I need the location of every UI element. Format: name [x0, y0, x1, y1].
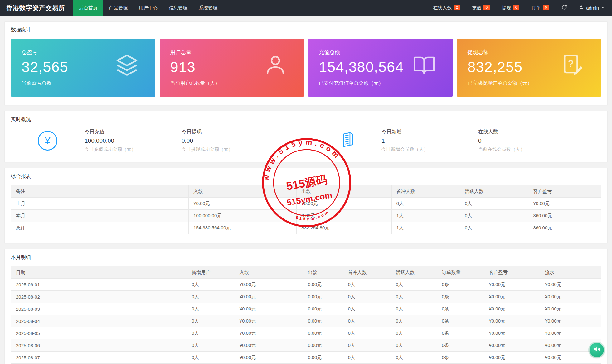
- table-cell: ¥0.00元: [235, 303, 303, 315]
- overview-label: 今日新增: [381, 129, 478, 135]
- table-cell: 360.00元: [528, 222, 601, 234]
- table-cell: 本月: [11, 210, 189, 222]
- detail-section-title: 本月明细: [5, 249, 607, 265]
- table-cell: 0人: [391, 339, 437, 352]
- column-header: 入款: [189, 185, 297, 198]
- header-row: 备注入款出款首冲人数活跃人数客户盈亏: [11, 185, 601, 198]
- column-header: 客户盈亏: [484, 266, 540, 279]
- menu-item-dashboard[interactable]: 后台首页: [73, 0, 103, 16]
- table-cell: 0人: [460, 210, 528, 222]
- table-cell: 2025-08-03: [11, 303, 187, 315]
- book-icon: [412, 53, 436, 78]
- order-count-item[interactable]: 订单 0: [525, 0, 555, 16]
- refresh-button[interactable]: [555, 0, 574, 16]
- report-table-body: 上月¥0.00元¥0.00元0人0人¥0.00元本月100,000.00元0.0…: [11, 198, 601, 234]
- user-menu[interactable]: admin: [574, 0, 612, 16]
- online-count-item[interactable]: 在线人数 2: [427, 0, 466, 16]
- column-header: 备注: [11, 185, 189, 198]
- speaker-icon: [593, 346, 600, 354]
- table-cell: ¥0.00元: [540, 291, 601, 303]
- table-cell: 0人: [187, 339, 235, 352]
- table-row: 2025-08-030人¥0.00元0.00元0人0人0条¥0.00元¥0.00…: [11, 303, 601, 315]
- table-cell: 0条: [437, 315, 484, 327]
- table-row: 2025-08-070人¥0.00元0.00元0人0人0条¥0.00元¥0.00…: [11, 352, 601, 364]
- voice-assistant-fab[interactable]: [590, 343, 604, 357]
- table-cell: 0条: [437, 352, 484, 364]
- svg-text:?: ?: [568, 58, 574, 69]
- table-row: 2025-08-060人¥0.00元0.00元0人0人0条¥0.00元¥0.00…: [11, 339, 601, 352]
- overview-label: 今日提现: [182, 129, 338, 135]
- table-row: 2025-08-040人¥0.00元0.00元0人0人0条¥0.00元¥0.00…: [11, 315, 601, 327]
- column-header: 客户盈亏: [528, 185, 601, 198]
- overview-caption: 今日充值成功金额（元）: [85, 146, 182, 152]
- column-header: 活跃人数: [391, 266, 437, 279]
- table-cell: ¥0.00元: [540, 315, 601, 327]
- table-row: 2025-08-050人¥0.00元0.00元0人0人0条¥0.00元¥0.00…: [11, 327, 601, 339]
- table-cell: 0人: [343, 352, 391, 364]
- withdraw-count-label: 提现: [502, 5, 511, 11]
- table-cell: ¥0.00元: [540, 327, 601, 339]
- table-cell: 154,380,564.00元: [189, 222, 297, 234]
- table-cell: 0人: [343, 315, 391, 327]
- table-cell: ¥0.00元: [540, 303, 601, 315]
- report-table: 备注入款出款首冲人数活跃人数客户盈亏 上月¥0.00元¥0.00元0人0人¥0.…: [11, 185, 601, 234]
- layers-icon: [115, 53, 139, 78]
- column-header: 出款: [303, 266, 343, 279]
- overview-section: 实时概况 ¥ 今日充值 100,000.00 今日充值成功金额（元） 今日提现 …: [4, 111, 608, 162]
- table-cell: 2025-08-06: [11, 339, 187, 352]
- table-cell: 0人: [187, 315, 235, 327]
- user-avatar-icon: [579, 5, 584, 11]
- table-cell: ¥0.00元: [235, 327, 303, 339]
- stat-card-total-pnl: 总盈亏 32,565 当前盈亏总数: [11, 39, 155, 97]
- table-cell: 0人: [391, 291, 437, 303]
- stat-card-total-withdraw: 提现总额 832,255 已完成提现订单总金额（元） ?: [457, 39, 601, 97]
- user-icon: [263, 53, 288, 78]
- table-cell: 0人: [391, 315, 437, 327]
- main-content: 数据统计 总盈亏 32,565 当前盈亏总数 用户总量 913 当前用户总数量（…: [0, 16, 612, 364]
- table-cell: 0.00元: [303, 279, 343, 291]
- table-cell: ¥0.00元: [235, 279, 303, 291]
- menu-item-system[interactable]: 系统管理: [193, 0, 223, 16]
- menu-item-information[interactable]: 信息管理: [163, 0, 193, 16]
- overview-item-today-withdraw: 今日提现 0.00 今日提现成功金额（元）: [182, 129, 338, 152]
- table-cell: 0人: [391, 198, 460, 210]
- column-header: 日期: [11, 266, 187, 279]
- table-cell: 100,000.00元: [189, 210, 297, 222]
- detail-table-wrap: 日期新增用户入款出款首冲人数活跃人数订单数量客户盈亏流水 2025-08-010…: [5, 265, 607, 364]
- table-cell: 0人: [187, 303, 235, 315]
- table-cell: 0人: [460, 198, 528, 210]
- overview-item-today-new: 今日新增 1 今日新增会员数（人）: [381, 129, 478, 152]
- table-cell: ¥0.00元: [484, 303, 540, 315]
- table-row: 总计154,380,564.00元832,254.80元1人0人360.00元: [11, 222, 601, 234]
- table-cell: ¥0.00元: [484, 339, 540, 352]
- table-cell: ¥0.00元: [235, 352, 303, 364]
- table-cell: 0人: [187, 352, 235, 364]
- table-cell: 0人: [343, 327, 391, 339]
- table-cell: 0条: [437, 279, 484, 291]
- menu-item-products[interactable]: 产品管理: [103, 0, 133, 16]
- table-cell: 2025-08-02: [11, 291, 187, 303]
- order-count-badge: 0: [543, 5, 549, 10]
- table-cell: 总计: [11, 222, 189, 234]
- table-cell: 832,254.80元: [297, 222, 391, 234]
- building-icon: [338, 131, 356, 150]
- overview-value: 1: [381, 137, 478, 144]
- nav-right: 在线人数 2 充值 0 提现 0 订单 0 admin: [427, 0, 612, 16]
- username: admin: [586, 5, 599, 11]
- menu-item-users[interactable]: 用户中心: [133, 0, 163, 16]
- detail-table-body: 2025-08-010人¥0.00元0.00元0人0人0条¥0.00元¥0.00…: [11, 279, 601, 364]
- table-cell: ¥0.00元: [235, 291, 303, 303]
- recharge-count-item[interactable]: 充值 0: [466, 0, 496, 16]
- overview-value: 0: [478, 137, 601, 144]
- table-cell: ¥0.00元: [484, 291, 540, 303]
- table-row: 2025-08-020人¥0.00元0.00元0人0人0条¥0.00元¥0.00…: [11, 291, 601, 303]
- table-cell: 0.00元: [303, 352, 343, 364]
- detail-table-head: 日期新增用户入款出款首冲人数活跃人数订单数量客户盈亏流水: [11, 266, 601, 279]
- table-cell: 0人: [391, 279, 437, 291]
- withdraw-count-item[interactable]: 提现 0: [496, 0, 525, 16]
- table-cell: 360.00元: [528, 210, 601, 222]
- table-cell: 0人: [343, 279, 391, 291]
- refresh-icon: [561, 4, 567, 12]
- overview-value: 0.00: [182, 137, 338, 144]
- report-section: 综合报表 备注入款出款首冲人数活跃人数客户盈亏 上月¥0.00元¥0.00元0人…: [4, 168, 608, 243]
